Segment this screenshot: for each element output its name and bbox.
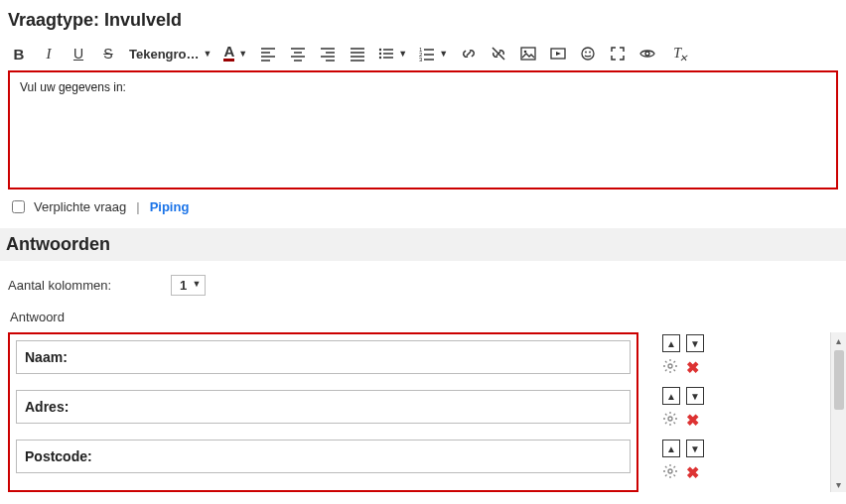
svg-point-2 xyxy=(379,57,381,59)
svg-point-11 xyxy=(589,52,591,54)
italic-icon[interactable]: I xyxy=(40,45,58,63)
answer-input[interactable] xyxy=(16,390,631,424)
answer-controls-row: ▲ ▼ ✖ xyxy=(662,334,818,377)
scroll-down-icon[interactable]: ▾ xyxy=(831,476,846,492)
svg-point-15 xyxy=(668,469,672,473)
answer-input[interactable] xyxy=(16,340,631,374)
video-icon[interactable] xyxy=(549,45,567,63)
font-color-icon: A xyxy=(223,46,234,62)
font-size-select[interactable]: Tekengro… ▼ xyxy=(129,47,212,62)
answers-controls: ▲ ▼ ✖ ▲ ▼ ✖ xyxy=(662,332,818,492)
numbered-list-select[interactable]: 123 ▼ xyxy=(419,46,448,62)
required-label: Verplichte vraag xyxy=(34,199,126,214)
bullet-list-icon xyxy=(378,46,394,62)
font-size-label: Tekengro… xyxy=(129,47,200,62)
unlink-icon[interactable] xyxy=(490,45,507,63)
delete-icon[interactable]: ✖ xyxy=(686,465,699,481)
scrollbar[interactable]: ▴ ▾ xyxy=(830,332,846,492)
align-right-icon[interactable] xyxy=(319,45,337,63)
emoji-icon[interactable] xyxy=(579,45,597,63)
fullscreen-icon[interactable] xyxy=(609,45,627,63)
scroll-up-icon[interactable]: ▴ xyxy=(831,332,846,348)
editor-toolbar: B I U S Tekengro… ▼ A ▼ ▼ 123 ▼ T✕ xyxy=(8,41,838,70)
chevron-down-icon: ▼ xyxy=(238,49,247,59)
align-center-icon[interactable] xyxy=(289,45,307,63)
gear-icon[interactable] xyxy=(662,463,678,482)
columns-select[interactable]: 1 xyxy=(171,275,206,296)
image-icon[interactable] xyxy=(519,45,537,63)
align-left-icon[interactable] xyxy=(259,45,277,63)
separator: | xyxy=(136,199,139,214)
move-up-icon[interactable]: ▲ xyxy=(662,387,680,405)
bold-icon[interactable]: B xyxy=(10,45,28,63)
numbered-list-icon: 123 xyxy=(419,46,435,62)
svg-point-0 xyxy=(379,49,381,51)
svg-point-1 xyxy=(379,53,381,55)
svg-point-9 xyxy=(582,48,594,60)
question-editor[interactable]: Vul uw gegevens in: xyxy=(8,70,838,189)
delete-icon[interactable]: ✖ xyxy=(686,360,699,376)
clear-format-icon[interactable]: T✕ xyxy=(668,45,686,63)
svg-rect-6 xyxy=(521,48,535,60)
answer-list-header: Antwoord xyxy=(8,306,838,332)
answers-section-header: Antwoorden xyxy=(0,228,846,261)
svg-point-10 xyxy=(585,52,587,54)
preview-icon[interactable] xyxy=(638,45,656,63)
answer-input[interactable] xyxy=(16,440,631,473)
gear-icon[interactable] xyxy=(662,358,678,377)
answers-list xyxy=(8,332,638,492)
footer-buttons: Antwoord Toevoegen Opslaan en Sluiten xyxy=(8,492,838,504)
columns-label: Aantal kolommen: xyxy=(8,278,111,293)
align-justify-icon[interactable] xyxy=(349,45,366,63)
chevron-down-icon: ▼ xyxy=(398,49,407,59)
move-down-icon[interactable]: ▼ xyxy=(686,334,704,352)
answer-controls-row: ▲ ▼ ✖ xyxy=(662,387,818,430)
chevron-down-icon: ▼ xyxy=(204,49,212,59)
answers-title: Antwoorden xyxy=(6,234,840,255)
svg-point-14 xyxy=(668,417,672,421)
scroll-thumb[interactable] xyxy=(834,350,844,410)
delete-icon[interactable]: ✖ xyxy=(686,413,699,429)
font-color-select[interactable]: A ▼ xyxy=(223,46,247,62)
strikethrough-icon[interactable]: S xyxy=(99,45,117,63)
gear-icon[interactable] xyxy=(662,411,678,430)
underline-icon[interactable]: U xyxy=(70,45,87,63)
svg-point-7 xyxy=(524,51,527,54)
svg-point-12 xyxy=(645,52,649,56)
svg-text:3: 3 xyxy=(419,57,423,62)
move-down-icon[interactable]: ▼ xyxy=(686,387,704,405)
move-up-icon[interactable]: ▲ xyxy=(662,440,680,457)
required-checkbox[interactable] xyxy=(12,200,25,213)
bullet-list-select[interactable]: ▼ xyxy=(378,46,407,62)
piping-link[interactable]: Piping xyxy=(150,199,190,214)
svg-point-13 xyxy=(668,364,672,368)
move-up-icon[interactable]: ▲ xyxy=(662,334,680,352)
page-title: Vraagtype: Invulveld xyxy=(8,10,838,31)
answer-controls-row: ▲ ▼ ✖ xyxy=(662,440,818,482)
link-icon[interactable] xyxy=(460,45,478,63)
chevron-down-icon: ▼ xyxy=(439,49,448,59)
move-down-icon[interactable]: ▼ xyxy=(686,440,704,457)
